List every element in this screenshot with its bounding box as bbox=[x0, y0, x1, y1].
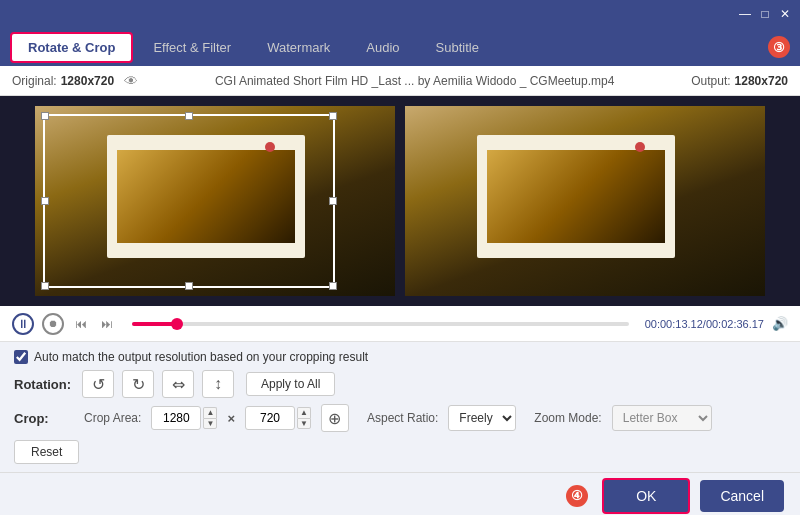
rotate-right-button[interactable]: ↻ bbox=[122, 370, 154, 398]
crop-height-up[interactable]: ▲ bbox=[297, 407, 311, 418]
auto-match-row: Auto match the output resolution based o… bbox=[14, 350, 786, 364]
crop-row: Crop: Crop Area: ▲ ▼ × ▲ ▼ ⊕ Aspect Ra bbox=[14, 404, 786, 432]
aspect-ratio-label: Aspect Ratio: bbox=[367, 411, 438, 425]
next-icon: ⏭ bbox=[101, 317, 113, 331]
time-display: 00:00:13.12/00:02:36.17 bbox=[645, 318, 764, 330]
tab-watermark[interactable]: Watermark bbox=[251, 34, 346, 61]
zoom-mode-select[interactable]: Letter Box Pan & Scan Full bbox=[612, 405, 712, 431]
reset-row: Reset bbox=[14, 438, 786, 464]
info-bar: Original: 1280x720 👁 CGI Animated Short … bbox=[0, 66, 800, 96]
aspect-ratio-select[interactable]: Freely 16:9 4:3 1:1 bbox=[448, 405, 516, 431]
close-button[interactable]: ✕ bbox=[778, 7, 792, 21]
time-current: 00:00:13.12 bbox=[645, 318, 703, 330]
crop-height-down[interactable]: ▼ bbox=[297, 418, 311, 429]
crop-area-label: Crop Area: bbox=[84, 411, 141, 425]
crop-box[interactable] bbox=[43, 114, 335, 288]
maximize-button[interactable]: □ bbox=[758, 7, 772, 21]
bottom-badge: ④ bbox=[566, 485, 588, 507]
video-area bbox=[0, 96, 800, 306]
playback-bar: ⏸ ⏺ ⏮ ⏭ 00:00:13.12/00:02:36.17 🔊 bbox=[0, 306, 800, 342]
filename-label: CGI Animated Short Film HD _Last ... by … bbox=[215, 74, 615, 88]
tab-effect-filter[interactable]: Effect & Filter bbox=[137, 34, 247, 61]
pause-icon: ⏸ bbox=[17, 317, 29, 331]
tab-subtitle[interactable]: Subtitle bbox=[420, 34, 495, 61]
rotate-right-icon: ↻ bbox=[132, 375, 145, 394]
next-button[interactable]: ⏭ bbox=[98, 315, 116, 333]
crop-handle-tm[interactable] bbox=[185, 112, 193, 120]
crop-handle-ml[interactable] bbox=[41, 197, 49, 205]
title-bar: — □ ✕ bbox=[0, 0, 800, 28]
crop-handle-tl[interactable] bbox=[41, 112, 49, 120]
original-label: Original: bbox=[12, 74, 57, 88]
rotate-left-button[interactable]: ↺ bbox=[82, 370, 114, 398]
tab-badge: ③ bbox=[768, 36, 790, 58]
rotation-label: Rotation: bbox=[14, 377, 74, 392]
video-panel-right bbox=[405, 106, 765, 296]
tab-rotate-crop[interactable]: Rotate & Crop bbox=[10, 32, 133, 63]
crop-height-group: ▲ ▼ bbox=[245, 406, 311, 430]
crop-height-spinners: ▲ ▼ bbox=[297, 407, 311, 429]
crop-handle-br[interactable] bbox=[329, 282, 337, 290]
crop-width-input[interactable] bbox=[151, 406, 201, 430]
progress-track[interactable] bbox=[132, 322, 629, 326]
window-controls: — □ ✕ bbox=[738, 7, 792, 21]
cancel-button[interactable]: Cancel bbox=[700, 480, 784, 512]
pause-button[interactable]: ⏸ bbox=[12, 313, 34, 335]
flip-vertical-icon: ↕ bbox=[214, 375, 222, 393]
ok-button[interactable]: OK bbox=[602, 478, 690, 514]
output-label: Output: bbox=[691, 74, 730, 88]
original-resolution: 1280x720 bbox=[61, 74, 114, 88]
apply-to-all-button[interactable]: Apply to All bbox=[246, 372, 335, 396]
flip-horizontal-icon: ⇔ bbox=[172, 375, 185, 394]
stop-icon: ⏺ bbox=[48, 318, 58, 329]
crop-height-input[interactable] bbox=[245, 406, 295, 430]
minimize-button[interactable]: — bbox=[738, 7, 752, 21]
auto-match-checkbox[interactable] bbox=[14, 350, 28, 364]
crop-label: Crop: bbox=[14, 411, 74, 426]
crop-handle-bm[interactable] bbox=[185, 282, 193, 290]
stop-button[interactable]: ⏺ bbox=[42, 313, 64, 335]
crop-handle-bl[interactable] bbox=[41, 282, 49, 290]
reset-button[interactable]: Reset bbox=[14, 440, 79, 464]
photo-pin-right bbox=[635, 142, 645, 152]
prev-button[interactable]: ⏮ bbox=[72, 315, 90, 333]
center-crop-button[interactable]: ⊕ bbox=[321, 404, 349, 432]
crop-handle-mr[interactable] bbox=[329, 197, 337, 205]
flip-vertical-button[interactable]: ↕ bbox=[202, 370, 234, 398]
center-crop-icon: ⊕ bbox=[328, 409, 341, 428]
rotate-left-icon: ↺ bbox=[92, 375, 105, 394]
controls-area: Auto match the output resolution based o… bbox=[0, 342, 800, 472]
flip-horizontal-button[interactable]: ⇔ bbox=[162, 370, 194, 398]
time-total: 00:02:36.17 bbox=[706, 318, 764, 330]
zoom-mode-label: Zoom Mode: bbox=[534, 411, 601, 425]
rotation-row: Rotation: ↺ ↻ ⇔ ↕ Apply to All bbox=[14, 370, 786, 398]
auto-match-label: Auto match the output resolution based o… bbox=[34, 350, 368, 364]
crop-handle-tr[interactable] bbox=[329, 112, 337, 120]
prev-icon: ⏮ bbox=[75, 317, 87, 331]
crop-width-spinners: ▲ ▼ bbox=[203, 407, 217, 429]
video-panel-left bbox=[35, 106, 395, 296]
output-resolution: 1280x720 bbox=[735, 74, 788, 88]
tab-bar: Rotate & Crop Effect & Filter Watermark … bbox=[0, 28, 800, 66]
progress-thumb[interactable] bbox=[171, 318, 183, 330]
video-preview-right bbox=[405, 106, 765, 296]
tab-audio[interactable]: Audio bbox=[350, 34, 415, 61]
crop-width-down[interactable]: ▼ bbox=[203, 418, 217, 429]
crop-width-group: ▲ ▼ bbox=[151, 406, 217, 430]
bottom-bar: ④ OK Cancel bbox=[0, 472, 800, 515]
dimension-separator: × bbox=[227, 411, 235, 426]
volume-icon[interactable]: 🔊 bbox=[772, 316, 788, 331]
crop-width-up[interactable]: ▲ bbox=[203, 407, 217, 418]
eye-icon[interactable]: 👁 bbox=[124, 73, 138, 89]
